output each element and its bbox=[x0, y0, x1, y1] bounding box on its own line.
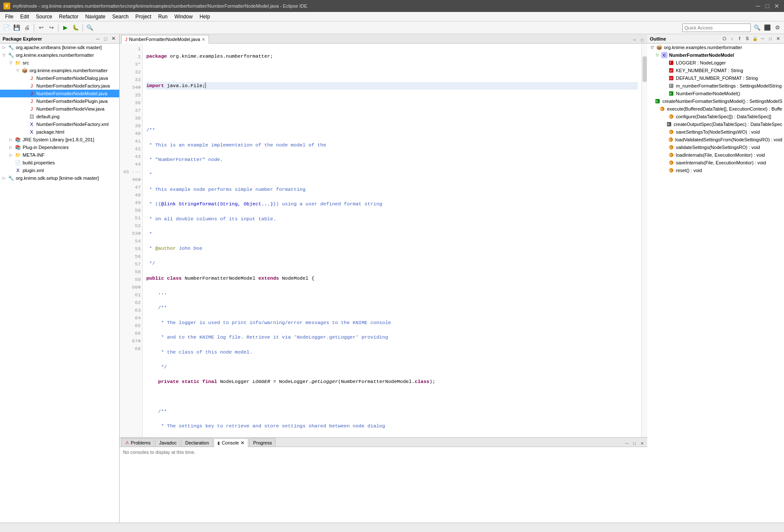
expander-sdksetup[interactable]: ▷ bbox=[3, 176, 8, 180]
outline-class[interactable]: ▽ C NumberFormatterNodeModel bbox=[647, 51, 784, 59]
tree-item-png[interactable]: 🖼 default.png bbox=[0, 113, 119, 120]
bottom-tab-javadoc[interactable]: Javadoc bbox=[155, 438, 180, 447]
outline-root-pkg[interactable]: ▽ 📦 org.knime.examples.numberformatter bbox=[647, 44, 784, 51]
toolbar-new[interactable]: 📄 bbox=[2, 23, 11, 32]
tree-item-model[interactable]: J NumberFormatterNodeModel.java bbox=[0, 90, 119, 97]
tree-item-numberformatter[interactable]: ▽ 🔧 org.knime.examples.numberformatter bbox=[0, 51, 119, 59]
menu-navigate[interactable]: Navigate bbox=[82, 13, 109, 20]
menu-edit[interactable]: Edit bbox=[17, 13, 32, 20]
outline-save-settings[interactable]: m saveSettingsTo(NodeSettingsWO) : void bbox=[647, 128, 784, 136]
tree-item-pluginxml[interactable]: X plugin.xml bbox=[0, 167, 119, 174]
outline-panel-max-btn[interactable]: □ bbox=[767, 35, 774, 42]
tree-item-factory-xml[interactable]: X NumberFormatterNodeFactory.xml bbox=[0, 120, 119, 128]
outline-hide-static-btn[interactable]: S bbox=[744, 35, 751, 42]
outline-panel-min-btn[interactable]: ─ bbox=[759, 35, 766, 42]
window-controls[interactable]: ─ □ ✕ bbox=[754, 2, 781, 10]
bottom-tab-console[interactable]: ▮ Console ✕ bbox=[214, 438, 248, 447]
maximize-button[interactable]: □ bbox=[763, 2, 771, 10]
expander-plugin-deps[interactable]: ▷ bbox=[9, 145, 15, 149]
outline-m-settings[interactable]: f m_numberFormatterSettings : SettingsMo… bbox=[647, 82, 784, 90]
outline-sort-btn[interactable]: ↕ bbox=[728, 35, 735, 42]
outline-load-internals[interactable]: m loadInternals(File, ExecutionMonitor) … bbox=[647, 151, 784, 159]
code-content[interactable]: package org.knime.examples.numberformatt… bbox=[143, 44, 641, 437]
outline-hide-non-pub-btn[interactable]: 🔒 bbox=[752, 35, 758, 42]
editor-scroll-thumb[interactable] bbox=[643, 56, 647, 82]
menu-refactor[interactable]: Refactor bbox=[56, 13, 82, 20]
outline-key-number[interactable]: SF KEY_NUMBER_FOMAT : String bbox=[647, 67, 784, 74]
expander-metainf[interactable]: ▷ bbox=[9, 153, 15, 157]
tree-item-view[interactable]: J NumberFormatterNodeView.java bbox=[0, 105, 119, 113]
bottom-tab-problems[interactable]: ⚠ Problems bbox=[121, 438, 154, 447]
outline-create-settings[interactable]: m createNumberFormatterSettingsModel() :… bbox=[647, 97, 784, 105]
panel-maximize-btn[interactable]: □ bbox=[102, 35, 109, 42]
menu-file[interactable]: File bbox=[2, 13, 17, 20]
menu-search[interactable]: Search bbox=[109, 13, 132, 20]
expander-numberformatter[interactable]: ▽ bbox=[3, 53, 8, 57]
outline-create-output[interactable]: m createOutputSpec(DataTableSpec) : Data… bbox=[647, 120, 784, 128]
panel-minimize-btn[interactable]: ─ bbox=[94, 35, 101, 42]
menu-window[interactable]: Window bbox=[171, 13, 196, 20]
expander-jre[interactable]: ▷ bbox=[9, 137, 15, 142]
bottom-maximize-btn[interactable]: □ bbox=[631, 440, 638, 447]
toolbar-undo[interactable]: ↩ bbox=[36, 23, 46, 32]
minimize-button[interactable]: ─ bbox=[754, 2, 762, 10]
toolbar-print[interactable]: 🖨 bbox=[22, 23, 32, 32]
outline-configure[interactable]: m configure(DataTableSpec[]) : DataTable… bbox=[647, 113, 784, 120]
tree-item-dialog[interactable]: J NumberFormatterNodeDialog.java bbox=[0, 74, 119, 82]
toolbar-run[interactable]: ▶ bbox=[61, 23, 70, 32]
expander-pkg[interactable]: ▽ bbox=[16, 68, 21, 73]
outline-default-format[interactable]: SF DEFAULT_NUMBER_FORMAT : String bbox=[647, 74, 784, 82]
code-line-46: /** bbox=[146, 304, 638, 312]
editor-vscroll[interactable] bbox=[641, 44, 647, 437]
toolbar-settings[interactable]: ⚙ bbox=[773, 23, 782, 32]
bottom-tab-declaration[interactable]: Declaration bbox=[181, 438, 213, 447]
outline-hide-fields-btn[interactable]: f bbox=[736, 35, 743, 42]
menu-help[interactable]: Help bbox=[196, 13, 214, 20]
expander-src[interactable]: ▽ bbox=[9, 61, 15, 65]
outline-save-internals[interactable]: m saveInternals(File, ExecutionMonitor) … bbox=[647, 159, 784, 167]
toolbar-search[interactable]: 🔍 bbox=[85, 23, 94, 32]
toolbar-redo[interactable]: ↪ bbox=[47, 23, 56, 32]
editor-maximize-btn[interactable]: □ bbox=[639, 36, 646, 43]
quick-access-icon[interactable]: 🔍 bbox=[752, 23, 762, 32]
bottom-tab-progress[interactable]: Progress bbox=[249, 438, 276, 447]
outline-panel-close-btn[interactable]: ✕ bbox=[775, 35, 781, 42]
menu-run[interactable]: Run bbox=[155, 13, 171, 20]
editor-tab-close[interactable]: ✕ bbox=[202, 37, 205, 42]
tree-item-build[interactable]: 📄 build.properties bbox=[0, 159, 119, 167]
menu-source[interactable]: Source bbox=[32, 13, 56, 20]
close-button[interactable]: ✕ bbox=[773, 2, 781, 10]
outline-logger[interactable]: f LOGGER : NodeLogger bbox=[647, 59, 784, 67]
tab-declaration-label: Declaration bbox=[185, 440, 209, 445]
tree-item-plugin[interactable]: J NumberFormatterNodePlugin.java bbox=[0, 97, 119, 105]
toolbar-perspectives[interactable]: ⬛ bbox=[763, 23, 772, 32]
editor-collapse-btn[interactable]: ─ bbox=[631, 36, 638, 43]
bottom-close-btn[interactable]: ✕ bbox=[639, 440, 646, 447]
panel-close-btn[interactable]: ✕ bbox=[110, 35, 117, 42]
tab-console-close[interactable]: ✕ bbox=[241, 440, 244, 446]
outline-reset[interactable]: m reset() : void bbox=[647, 167, 784, 174]
toolbar-save[interactable]: 💾 bbox=[12, 23, 21, 32]
outline-execute[interactable]: m execute(BufferedDataTable[], Execution… bbox=[647, 105, 784, 113]
tree-item-pkg[interactable]: ▽ 📦 org.knime.examples.numberformatter bbox=[0, 67, 119, 74]
quick-access-input[interactable] bbox=[682, 23, 751, 32]
tree-item-sdksetup[interactable]: ▷ 🔧 org.knime.sdk.setup [knime-sdk maste… bbox=[0, 174, 119, 182]
outline-ctor[interactable]: m NumberFormatterNodeModel() bbox=[647, 90, 784, 97]
tree-item-src[interactable]: ▽ 📁 src bbox=[0, 59, 119, 67]
outline-validate-settings[interactable]: m validateSettings(NodeSettingsRO) : voi… bbox=[647, 143, 784, 151]
tree-item-apache-xmlbeans[interactable]: ▷ 🔧 org.apache.xmlbeans [knime-sdk maste… bbox=[0, 44, 119, 51]
tree-item-factory[interactable]: J NumberFormatterNodeFactory.java bbox=[0, 82, 119, 90]
menu-project[interactable]: Project bbox=[132, 13, 155, 20]
outline-load-settings[interactable]: m loadValidatedSettingsFrom(NodeSettings… bbox=[647, 136, 784, 143]
editor-tab-model[interactable]: J NumberFormatterNodeModel.java ✕ bbox=[121, 35, 209, 44]
outline-class-expander[interactable]: ▽ bbox=[656, 53, 661, 57]
tree-item-plugin-deps[interactable]: ▷ 📚 Plug-in Dependencies bbox=[0, 143, 119, 151]
tree-item-package-html[interactable]: X package.html bbox=[0, 128, 119, 136]
toolbar-debug[interactable]: 🐛 bbox=[71, 23, 80, 32]
outline-collapse-btn[interactable]: ⬡ bbox=[721, 35, 728, 42]
expander-apache-xmlbeans[interactable]: ▷ bbox=[3, 45, 8, 50]
tree-item-jre[interactable]: ▷ 📚 JRE System Library [jre1.8.0_201] bbox=[0, 136, 119, 143]
bottom-collapse-btn[interactable]: ─ bbox=[623, 440, 630, 447]
outline-root-expander[interactable]: ▽ bbox=[651, 45, 656, 50]
tree-item-metainf[interactable]: ▷ 📁 META-INF bbox=[0, 151, 119, 159]
